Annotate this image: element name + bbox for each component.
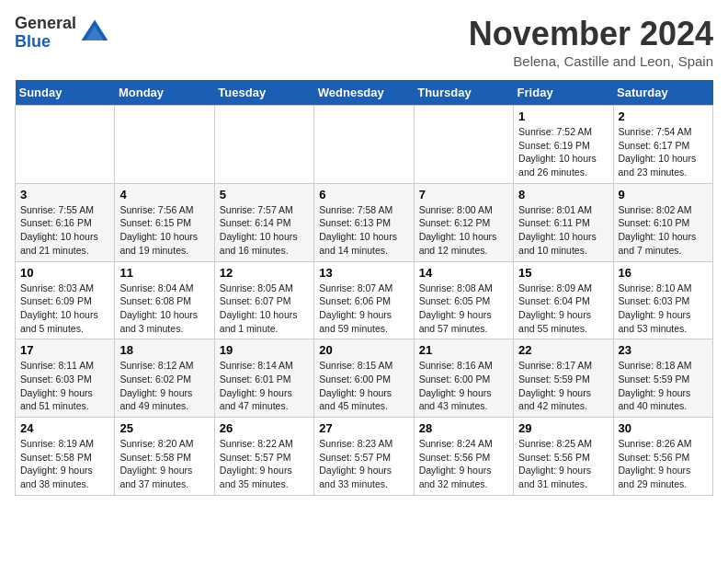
day-info: Sunrise: 7:56 AM Sunset: 6:15 PM Dayligh…: [119, 203, 209, 258]
day-info: Sunrise: 8:09 AM Sunset: 6:04 PM Dayligh…: [518, 282, 608, 336]
day-info: Sunrise: 8:18 AM Sunset: 5:59 PM Dayligh…: [619, 359, 708, 413]
calendar-week-row: 1Sunrise: 7:52 AM Sunset: 6:19 PM Daylig…: [16, 106, 713, 184]
day-info: Sunrise: 7:57 AM Sunset: 6:14 PM Dayligh…: [220, 203, 309, 258]
calendar-cell: 30Sunrise: 8:26 AM Sunset: 5:56 PM Dayli…: [613, 418, 712, 496]
calendar-cell: 12Sunrise: 8:05 AM Sunset: 6:07 PM Dayli…: [214, 261, 313, 339]
day-number: 10: [20, 266, 109, 280]
day-info: Sunrise: 8:22 AM Sunset: 5:57 PM Dayligh…: [220, 437, 309, 491]
day-info: Sunrise: 8:10 AM Sunset: 6:03 PM Dayligh…: [619, 282, 708, 336]
calendar-cell: 9Sunrise: 8:02 AM Sunset: 6:10 PM Daylig…: [613, 183, 712, 261]
logo-icon: [80, 18, 109, 48]
day-info: Sunrise: 8:25 AM Sunset: 5:56 PM Dayligh…: [518, 437, 608, 491]
calendar-cell: 28Sunrise: 8:24 AM Sunset: 5:56 PM Dayli…: [414, 418, 513, 496]
day-info: Sunrise: 8:12 AM Sunset: 6:02 PM Dayligh…: [119, 359, 209, 413]
calendar-cell: 10Sunrise: 8:03 AM Sunset: 6:09 PM Dayli…: [16, 261, 115, 339]
calendar-cell: 26Sunrise: 8:22 AM Sunset: 5:57 PM Dayli…: [214, 418, 313, 496]
calendar-week-row: 10Sunrise: 8:03 AM Sunset: 6:09 PM Dayli…: [16, 261, 713, 339]
day-number: 17: [20, 343, 109, 357]
calendar-cell: 7Sunrise: 8:00 AM Sunset: 6:12 PM Daylig…: [414, 183, 513, 261]
day-info: Sunrise: 8:11 AM Sunset: 6:03 PM Dayligh…: [20, 359, 109, 413]
calendar-day-header: Saturday: [613, 80, 712, 106]
calendar-header-row: SundayMondayTuesdayWednesdayThursdayFrid…: [16, 80, 713, 106]
day-info: Sunrise: 8:04 AM Sunset: 6:08 PM Dayligh…: [119, 282, 209, 336]
day-info: Sunrise: 8:15 AM Sunset: 6:00 PM Dayligh…: [319, 359, 408, 413]
day-info: Sunrise: 8:17 AM Sunset: 5:59 PM Dayligh…: [518, 359, 608, 413]
calendar-day-header: Thursday: [414, 80, 513, 106]
day-info: Sunrise: 8:03 AM Sunset: 6:09 PM Dayligh…: [20, 282, 109, 336]
calendar-day-header: Tuesday: [214, 80, 313, 106]
day-number: 2: [619, 109, 708, 123]
day-number: 29: [518, 421, 608, 435]
day-info: Sunrise: 8:26 AM Sunset: 5:56 PM Dayligh…: [619, 437, 708, 491]
day-info: Sunrise: 8:07 AM Sunset: 6:06 PM Dayligh…: [319, 282, 408, 336]
calendar-cell: 15Sunrise: 8:09 AM Sunset: 6:04 PM Dayli…: [514, 261, 613, 339]
calendar-cell: 17Sunrise: 8:11 AM Sunset: 6:03 PM Dayli…: [16, 339, 115, 418]
day-number: 19: [220, 343, 309, 357]
calendar-cell: 29Sunrise: 8:25 AM Sunset: 5:56 PM Dayli…: [514, 418, 613, 496]
calendar-cell: 20Sunrise: 8:15 AM Sunset: 6:00 PM Dayli…: [314, 339, 414, 418]
location-subtitle: Belena, Castille and Leon, Spain: [469, 53, 713, 69]
calendar-cell: [115, 106, 214, 184]
day-number: 9: [619, 188, 708, 201]
calendar-cell: 27Sunrise: 8:23 AM Sunset: 5:57 PM Dayli…: [314, 418, 414, 496]
calendar-cell: 6Sunrise: 7:58 AM Sunset: 6:13 PM Daylig…: [314, 183, 414, 261]
day-info: Sunrise: 8:24 AM Sunset: 5:56 PM Dayligh…: [419, 437, 508, 491]
calendar-cell: 5Sunrise: 7:57 AM Sunset: 6:14 PM Daylig…: [214, 183, 313, 261]
calendar-cell: 3Sunrise: 7:55 AM Sunset: 6:16 PM Daylig…: [16, 183, 115, 261]
day-number: 8: [518, 188, 608, 201]
calendar-cell: [16, 106, 115, 184]
day-number: 7: [419, 188, 508, 201]
calendar-day-header: Wednesday: [314, 80, 414, 106]
day-number: 3: [20, 188, 109, 201]
day-number: 14: [419, 266, 508, 280]
calendar-day-header: Sunday: [16, 80, 115, 106]
calendar-week-row: 3Sunrise: 7:55 AM Sunset: 6:16 PM Daylig…: [16, 183, 713, 261]
day-number: 6: [319, 188, 408, 201]
calendar-cell: 24Sunrise: 8:19 AM Sunset: 5:58 PM Dayli…: [16, 418, 115, 496]
month-title: November 2024: [469, 15, 713, 53]
calendar-cell: 16Sunrise: 8:10 AM Sunset: 6:03 PM Dayli…: [613, 261, 712, 339]
day-number: 12: [220, 266, 309, 280]
logo-blue-text: Blue: [15, 33, 76, 52]
calendar-cell: 2Sunrise: 7:54 AM Sunset: 6:17 PM Daylig…: [613, 106, 712, 184]
calendar-cell: 25Sunrise: 8:20 AM Sunset: 5:58 PM Dayli…: [115, 418, 214, 496]
calendar-table: SundayMondayTuesdayWednesdayThursdayFrid…: [15, 80, 713, 496]
day-number: 25: [119, 421, 209, 435]
calendar-cell: 23Sunrise: 8:18 AM Sunset: 5:59 PM Dayli…: [613, 339, 712, 418]
day-number: 26: [220, 421, 309, 435]
calendar-week-row: 17Sunrise: 8:11 AM Sunset: 6:03 PM Dayli…: [16, 339, 713, 418]
day-number: 20: [319, 343, 408, 357]
day-number: 27: [319, 421, 408, 435]
calendar-cell: 4Sunrise: 7:56 AM Sunset: 6:15 PM Daylig…: [115, 183, 214, 261]
day-info: Sunrise: 8:23 AM Sunset: 5:57 PM Dayligh…: [319, 437, 408, 491]
day-number: 28: [419, 421, 508, 435]
calendar-cell: [414, 106, 513, 184]
calendar-cell: 21Sunrise: 8:16 AM Sunset: 6:00 PM Dayli…: [414, 339, 513, 418]
day-info: Sunrise: 8:14 AM Sunset: 6:01 PM Dayligh…: [220, 359, 309, 413]
day-info: Sunrise: 8:00 AM Sunset: 6:12 PM Dayligh…: [419, 203, 508, 258]
calendar-cell: 13Sunrise: 8:07 AM Sunset: 6:06 PM Dayli…: [314, 261, 414, 339]
day-number: 22: [518, 343, 608, 357]
page-header: General Blue November 2024 Belena, Casti…: [15, 15, 713, 69]
day-number: 4: [119, 188, 209, 201]
day-number: 11: [119, 266, 209, 280]
title-section: November 2024 Belena, Castille and Leon,…: [469, 15, 713, 69]
day-info: Sunrise: 7:54 AM Sunset: 6:17 PM Dayligh…: [619, 125, 708, 179]
calendar-cell: 11Sunrise: 8:04 AM Sunset: 6:08 PM Dayli…: [115, 261, 214, 339]
day-info: Sunrise: 7:58 AM Sunset: 6:13 PM Dayligh…: [319, 203, 408, 258]
day-number: 5: [220, 188, 309, 201]
calendar-cell: [314, 106, 414, 184]
day-info: Sunrise: 8:19 AM Sunset: 5:58 PM Dayligh…: [20, 437, 109, 491]
logo-general-text: General: [15, 15, 76, 33]
day-info: Sunrise: 7:55 AM Sunset: 6:16 PM Dayligh…: [20, 203, 109, 258]
day-info: Sunrise: 8:16 AM Sunset: 6:00 PM Dayligh…: [419, 359, 508, 413]
calendar-day-header: Monday: [115, 80, 214, 106]
day-number: 16: [619, 266, 708, 280]
calendar-cell: 1Sunrise: 7:52 AM Sunset: 6:19 PM Daylig…: [514, 106, 613, 184]
calendar-week-row: 24Sunrise: 8:19 AM Sunset: 5:58 PM Dayli…: [16, 418, 713, 496]
calendar-cell: 19Sunrise: 8:14 AM Sunset: 6:01 PM Dayli…: [214, 339, 313, 418]
calendar-day-header: Friday: [514, 80, 613, 106]
day-info: Sunrise: 8:01 AM Sunset: 6:11 PM Dayligh…: [518, 203, 608, 258]
calendar-cell: 8Sunrise: 8:01 AM Sunset: 6:11 PM Daylig…: [514, 183, 613, 261]
day-number: 1: [518, 109, 608, 123]
